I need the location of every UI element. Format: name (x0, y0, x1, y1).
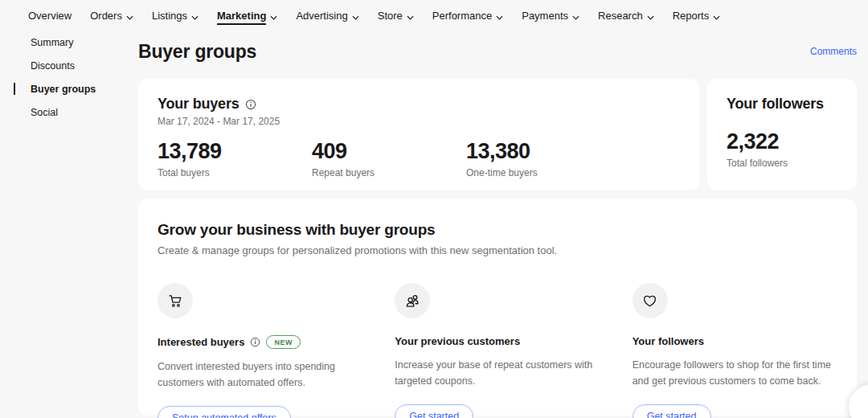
nav-item-overview[interactable]: Overview (28, 10, 72, 25)
column-interested-buyers: Interested buyers NEW Convert interested… (158, 283, 362, 418)
stat-repeat-buyers: 409 Repeat buyers (312, 139, 466, 178)
grow-columns: Interested buyers NEW Convert interested… (158, 283, 837, 418)
nav-item-advertising[interactable]: Advertising (296, 10, 358, 25)
nav-item-label: Research (598, 10, 643, 25)
chevron-down-icon (713, 15, 720, 20)
marketing-sidebar: Summary Discounts Buyer groups Social (0, 31, 138, 124)
chevron-down-icon (572, 15, 579, 20)
buyers-stats-row: 13,789 Total buyers 409 Repeat buyers 13… (158, 139, 680, 178)
sidebar-item-summary[interactable]: Summary (0, 31, 138, 54)
nav-item-store[interactable]: Store (378, 10, 414, 25)
column-title: Interested buyers (158, 336, 244, 348)
sidebar-item-label: Summary (31, 37, 73, 48)
comments-link[interactable]: Comments (810, 46, 857, 57)
chevron-down-icon (496, 15, 503, 20)
icon-circle (633, 283, 668, 318)
stat-one-time-buyers: 13,380 One-time buyers (466, 139, 620, 178)
date-range: Mar 17, 2024 - Mar 17, 2025 (158, 116, 680, 127)
stat-value: 13,789 (158, 139, 312, 164)
nav-item-label: Listings (152, 10, 187, 25)
page-header: Buyer groups Comments (138, 39, 857, 64)
main-content: Buyer groups Comments Your buyers Mar 17… (138, 32, 857, 416)
sidebar-item-label: Buyer groups (31, 84, 96, 95)
setup-automated-offers-button[interactable]: Setup automated offers (158, 406, 291, 418)
followers-card-title: Your followers (727, 96, 837, 113)
people-icon (404, 293, 421, 309)
column-title: Your followers (633, 335, 704, 347)
nav-item-research[interactable]: Research (598, 10, 654, 25)
nav-item-payments[interactable]: Payments (522, 10, 579, 25)
nav-item-marketing[interactable]: Marketing (217, 10, 277, 25)
column-description: Convert interested buyers into spending … (158, 359, 362, 391)
column-description: Increase your base of repeat customers w… (395, 357, 600, 389)
chevron-down-icon (647, 15, 654, 20)
heart-icon (641, 293, 658, 309)
stat-label: One-time buyers (466, 167, 620, 178)
chevron-down-icon (270, 15, 277, 20)
column-your-followers: Your followers Encourage followers to sh… (633, 283, 837, 418)
cart-icon (167, 293, 184, 309)
active-indicator (14, 83, 15, 95)
chevron-down-icon (126, 15, 133, 20)
grow-business-card: Grow your business with buyer groups Cre… (138, 199, 857, 416)
get-started-button-previous-customers[interactable]: Get started (395, 404, 473, 418)
nav-item-label: Orders (90, 10, 122, 25)
new-badge: NEW (266, 335, 301, 349)
top-navigation: Overview Orders Listings Marketing Adver… (0, 0, 868, 26)
stats-cards-row: Your buyers Mar 17, 2024 - Mar 17, 2025 … (138, 79, 857, 191)
icon-circle (395, 283, 430, 318)
grow-card-subtitle: Create & manage groups for personalized … (158, 244, 837, 256)
stat-value: 409 (312, 139, 466, 164)
column-previous-customers: Your previous customers Increase your ba… (395, 283, 600, 418)
get-started-button-followers[interactable]: Get started (633, 404, 711, 418)
nav-item-label: Advertising (296, 10, 347, 25)
nav-item-label: Marketing (217, 10, 266, 25)
page-title: Buyer groups (138, 41, 256, 63)
sidebar-item-discounts[interactable]: Discounts (0, 54, 138, 77)
nav-item-label: Store (378, 10, 403, 25)
nav-item-label: Overview (28, 10, 72, 25)
chevron-down-icon (407, 15, 414, 20)
icon-circle (158, 283, 193, 318)
your-buyers-card: Your buyers Mar 17, 2024 - Mar 17, 2025 … (138, 79, 699, 191)
nav-item-performance[interactable]: Performance (432, 10, 503, 25)
info-icon[interactable] (245, 99, 256, 110)
nav-item-listings[interactable]: Listings (152, 10, 199, 25)
info-icon[interactable] (250, 337, 260, 347)
nav-item-label: Payments (522, 10, 568, 25)
stat-total-buyers: 13,789 Total buyers (158, 139, 312, 178)
nav-item-label: Reports (673, 10, 710, 25)
nav-item-orders[interactable]: Orders (90, 10, 133, 25)
sidebar-item-label: Social (31, 107, 58, 118)
chevron-down-icon (352, 15, 359, 20)
sidebar-item-social[interactable]: Social (0, 100, 138, 124)
nav-item-reports[interactable]: Reports (673, 10, 721, 25)
column-title: Your previous customers (395, 335, 520, 347)
nav-item-label: Performance (432, 10, 492, 25)
buyers-card-title: Your buyers (158, 96, 240, 113)
grow-card-title: Grow your business with buyer groups (158, 221, 837, 239)
chevron-down-icon (191, 15, 199, 20)
your-followers-card: Your followers 2,322 Total followers (707, 79, 857, 191)
stat-value: 13,380 (466, 139, 620, 164)
stat-value: 2,322 (727, 129, 837, 154)
stat-label: Repeat buyers (312, 167, 466, 178)
stat-label: Total buyers (158, 167, 312, 178)
sidebar-item-label: Discounts (31, 60, 75, 72)
column-description: Encourage followers to shop for the firs… (633, 357, 837, 389)
sidebar-item-buyer-groups[interactable]: Buyer groups (0, 77, 138, 100)
stat-label: Total followers (727, 158, 837, 169)
